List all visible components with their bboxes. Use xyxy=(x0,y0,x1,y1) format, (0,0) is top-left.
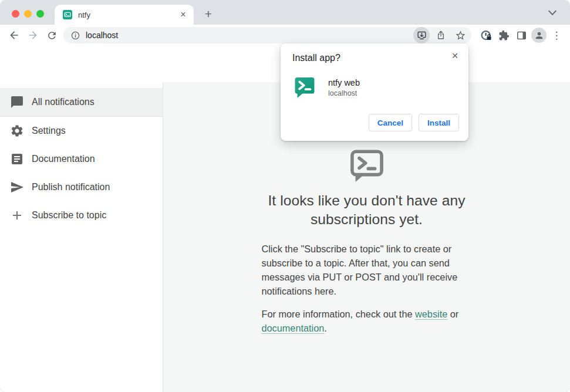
browser-menu-icon[interactable]: ⋮ xyxy=(548,26,565,44)
dialog-app-origin: localhost xyxy=(328,89,360,97)
browser-tab-ntfy[interactable]: ntfy × xyxy=(55,5,194,25)
ntfy-terminal-bubble-icon xyxy=(348,147,386,184)
tab-favicon-ntfy-icon xyxy=(63,10,72,19)
new-tab-button[interactable]: + xyxy=(201,6,216,22)
article-icon xyxy=(10,152,24,166)
empty-state-heading: It looks like you don't have any subscri… xyxy=(248,191,485,229)
install-button[interactable]: Install xyxy=(419,114,459,131)
sidebar-item-subscribe-to-topic[interactable]: Subscribe to topic xyxy=(0,201,163,229)
website-link[interactable]: website xyxy=(415,309,447,319)
forward-button[interactable] xyxy=(23,26,42,44)
plus-icon xyxy=(10,208,24,222)
ntfy-logo-icon xyxy=(14,55,32,73)
reload-button[interactable] xyxy=(42,26,61,44)
tab-strip: ntfy × + xyxy=(0,0,570,25)
tab-title: ntfy xyxy=(78,11,177,19)
install-app-dialog: Install app? × ntfy web localhost Cancel xyxy=(281,43,468,141)
sidebar-item-settings[interactable]: Settings xyxy=(0,117,163,145)
back-button[interactable] xyxy=(5,26,23,44)
extensions-puzzle-icon[interactable] xyxy=(495,26,512,44)
minimize-window-button[interactable] xyxy=(24,10,32,18)
address-bar[interactable]: localhost xyxy=(63,27,471,43)
dialog-close-icon[interactable]: × xyxy=(448,49,461,62)
send-icon xyxy=(10,180,24,194)
install-app-icon[interactable] xyxy=(413,27,430,43)
more-info-suffix: . xyxy=(324,323,327,333)
gear-icon xyxy=(10,124,24,138)
profile-avatar[interactable] xyxy=(530,26,548,44)
tab-close-icon[interactable]: × xyxy=(177,9,189,21)
more-info-middle: or xyxy=(447,309,458,319)
documentation-link[interactable]: documentation xyxy=(262,323,325,333)
sidebar-item-label: Settings xyxy=(32,126,66,136)
cancel-button[interactable]: Cancel xyxy=(369,114,412,131)
site-info-icon[interactable] xyxy=(70,31,80,40)
empty-state-links-paragraph: For more information, check out the webs… xyxy=(262,307,472,336)
dialog-actions: Cancel Install xyxy=(292,114,459,131)
close-window-button[interactable] xyxy=(12,10,19,18)
more-info-prefix: For more information, check out the xyxy=(262,309,416,319)
browser-toolbar: localhost xyxy=(0,25,570,46)
sidebar-item-label: All notifications xyxy=(32,97,95,107)
chat-bubble-icon xyxy=(10,95,24,109)
share-icon[interactable] xyxy=(433,27,449,43)
sidebar-item-label: Documentation xyxy=(32,154,95,164)
empty-state-paragraph: Click the "Subscribe to topic" link to c… xyxy=(262,242,472,299)
sidebar-item-all-notifications[interactable]: All notifications xyxy=(0,88,163,116)
ntfy-app-icon xyxy=(292,75,317,100)
dialog-app-name: ntfy web xyxy=(328,78,360,87)
tab-search-chevron-icon[interactable] xyxy=(547,9,558,17)
sidebar-item-label: Subscribe to topic xyxy=(32,210,106,221)
avatar-person-icon xyxy=(531,28,547,43)
brand-title: ntfy xyxy=(40,56,65,72)
traffic-lights xyxy=(12,10,44,18)
sidebar-item-label: Publish notification xyxy=(32,182,110,192)
url-text: localhost xyxy=(86,31,413,40)
browser-window: ntfy × + localhost xyxy=(0,0,570,392)
sidebar-item-publish-notification[interactable]: Publish notification xyxy=(0,173,163,201)
dialog-app-row: ntfy web localhost xyxy=(292,75,459,100)
password-extension-icon[interactable] xyxy=(477,26,495,44)
bookmark-star-icon[interactable] xyxy=(452,27,468,43)
sign-up-button[interactable]: SIGN UP xyxy=(495,53,556,75)
sidebar-nav: All notifications Settings Documentation xyxy=(0,82,163,392)
dialog-title: Install app? xyxy=(292,53,459,63)
side-panel-icon[interactable] xyxy=(512,26,530,44)
zoom-window-button[interactable] xyxy=(36,10,44,18)
sidebar-item-documentation[interactable]: Documentation xyxy=(0,145,163,173)
